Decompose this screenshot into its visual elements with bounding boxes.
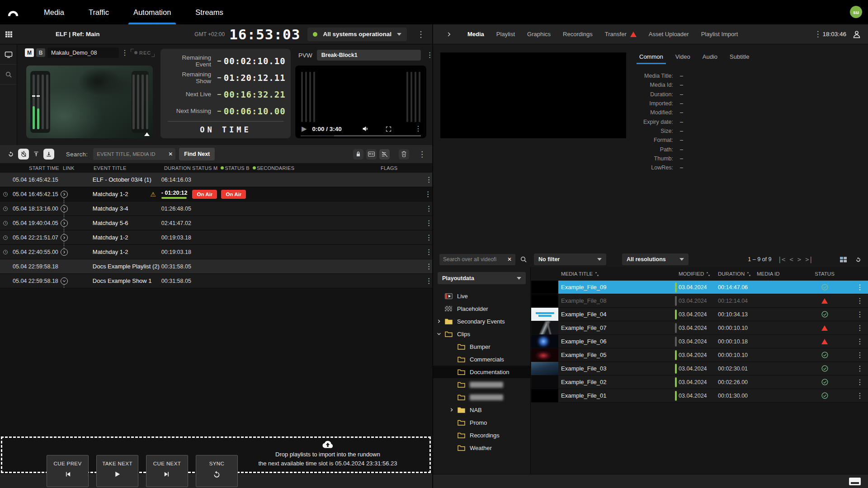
monitor-view-button[interactable] [0, 45, 17, 65]
media-search-input[interactable] [443, 256, 505, 263]
keyboard-icon[interactable] [849, 478, 861, 485]
col-status-m[interactable]: STATUS M [191, 165, 224, 171]
fullscreen-icon[interactable] [385, 126, 392, 132]
col-link[interactable]: LINK [59, 165, 94, 171]
refresh-icon[interactable] [855, 256, 862, 263]
pvw-name-input[interactable] [317, 50, 421, 61]
rundown-search-input[interactable] [97, 151, 166, 157]
media-panel-tab[interactable]: Playlist [496, 31, 515, 38]
backup-channel-badge[interactable]: B [36, 48, 45, 57]
list-off-icon[interactable] [379, 149, 390, 160]
tree-item[interactable] [433, 391, 530, 404]
follow-onair-toggle[interactable] [43, 149, 54, 160]
rundown-menu-button[interactable]: ⋮ [418, 150, 426, 158]
clear-search-icon[interactable]: ✕ [507, 256, 512, 263]
tree-item[interactable]: Weather [433, 441, 530, 454]
refresh-icon[interactable] [5, 149, 16, 160]
panel-menu-button[interactable]: ⋮ [814, 30, 821, 38]
tree-item[interactable]: Commercials [433, 353, 530, 366]
media-row[interactable]: Example_File_01 03.04.2024 00:01:30.00 ⋮ [531, 389, 868, 403]
resize-corner-icon[interactable] [144, 132, 150, 136]
rundown-row[interactable]: 05.04 19:40:04.05 Matchday 5-6 ⚠ 02:41:4… [0, 216, 432, 230]
row-menu-button[interactable]: ⋮ [852, 365, 868, 372]
search-view-button[interactable] [0, 65, 17, 84]
header-menu-button[interactable]: ⋮ [417, 30, 425, 38]
transport-button[interactable]: SYNC [196, 455, 238, 487]
nav-tab[interactable]: Automation [121, 0, 183, 24]
col-flags[interactable]: FLAGS [309, 165, 432, 171]
row-menu-button[interactable]: ⋮ [852, 352, 868, 359]
media-row[interactable]: Example_File_03 03.04.2024 00:02:30.01 ⋮ [531, 362, 868, 375]
rundown-search-field[interactable]: ✕ [93, 148, 175, 160]
first-page-button[interactable]: |< [778, 256, 785, 263]
media-panel-tab[interactable]: Asset Uploader [649, 31, 689, 38]
delete-icon[interactable] [399, 149, 409, 160]
pvw-player-menu-button[interactable]: ⋮ [415, 125, 422, 132]
tree-item[interactable]: Live [433, 290, 530, 302]
media-panel-tab[interactable]: Recordings [563, 31, 593, 38]
sort-icon[interactable] [706, 272, 710, 277]
timer-off-toggle[interactable] [18, 149, 29, 160]
detail-tab[interactable]: Subtitle [730, 53, 749, 64]
sort-icon[interactable] [595, 272, 599, 277]
program-video-preview[interactable] [26, 66, 153, 138]
seek-bar[interactable] [301, 135, 421, 136]
link-icon[interactable] [61, 277, 68, 285]
tree-item[interactable]: Placeholder [433, 302, 530, 315]
clear-search-icon[interactable]: ✕ [168, 151, 173, 157]
row-menu-button[interactable]: ⋮ [421, 234, 432, 241]
collapse-panel-icon[interactable] [446, 31, 452, 38]
media-panel-tab[interactable]: Graphics [527, 31, 551, 38]
expand-icon[interactable] [437, 332, 445, 336]
tree-item[interactable]: Documentation [433, 366, 530, 378]
row-menu-button[interactable]: ⋮ [852, 379, 868, 386]
link-icon[interactable] [61, 249, 68, 256]
row-menu-button[interactable]: ⋮ [421, 205, 432, 212]
tree-item[interactable]: Bumper [433, 340, 530, 353]
col-duration[interactable]: DURATION [161, 165, 191, 171]
col-secondaries[interactable]: SECONDARIES [256, 165, 309, 171]
col-event-title[interactable]: EVENT TITLE [94, 165, 161, 171]
row-menu-button[interactable]: ⋮ [421, 220, 432, 227]
col-status-b[interactable]: STATUS B [224, 165, 256, 171]
row-menu-button[interactable]: ⋮ [852, 392, 868, 399]
id-card-icon[interactable] [366, 149, 377, 160]
expand-icon[interactable] [437, 319, 445, 324]
media-row[interactable]: Example_File_02 03.04.2024 00:02:26.00 ⋮ [531, 375, 868, 389]
expand-icon[interactable] [449, 408, 458, 412]
player-menu-button[interactable]: ⋮ [121, 49, 128, 56]
rundown-row[interactable]: 05.04 22:21:51.07 Matchday 1-2 ⚠ 00:19:0… [0, 230, 432, 245]
rundown-row[interactable]: 05.04 22:59:58.18 Docs Example Show 1 ⚠ … [0, 274, 432, 288]
nav-tab[interactable]: Streams [183, 0, 235, 24]
row-menu-button[interactable]: ⋮ [852, 297, 868, 305]
media-row[interactable]: Example_File_04 03.04.2024 00:10:34.13 ⋮ [531, 308, 868, 321]
row-menu-button[interactable]: ⋮ [852, 324, 868, 332]
transport-button[interactable]: CUE NEXT [146, 455, 188, 487]
tree-item[interactable]: Clips [433, 328, 530, 340]
play-icon[interactable]: ▶ [302, 125, 307, 133]
media-panel-tab[interactable]: Playlist Import [701, 31, 738, 38]
detail-tab[interactable]: Audio [703, 53, 717, 64]
volume-icon[interactable] [362, 125, 369, 132]
row-menu-button[interactable]: ⋮ [852, 284, 868, 291]
media-row[interactable]: Example_File_08 03.04.2024 00:12:14.04 ⋮ [531, 294, 868, 308]
rundown-row[interactable]: 05.04 18:13:16.00 Matchday 3-4 ⚠ 01:26:4… [0, 202, 432, 216]
media-column-header[interactable]: STATUS [811, 271, 838, 277]
row-menu-button[interactable]: ⋮ [420, 191, 432, 198]
link-icon[interactable] [61, 191, 68, 198]
row-menu-button[interactable]: ⋮ [421, 277, 432, 285]
link-icon[interactable] [61, 220, 68, 227]
media-column-header[interactable]: MEDIA ID [757, 271, 811, 277]
nav-tab[interactable]: Traffic [76, 0, 121, 24]
prev-page-button[interactable]: < [789, 256, 793, 263]
media-column-header[interactable]: MEDIA TITLE [531, 271, 675, 277]
tree-item[interactable]: NAB [433, 404, 530, 416]
media-row[interactable]: Example_File_09 03.04.2024 00:14:47.06 ⋮ [531, 281, 868, 294]
nav-tab[interactable]: Media [32, 0, 76, 24]
app-logo-icon[interactable] [6, 5, 20, 19]
tree-item[interactable] [433, 378, 530, 391]
rundown-row[interactable]: 05.04 16:45:42.15 ELF - October 03/4 (1)… [0, 173, 432, 187]
storage-dropdown[interactable]: Playoutdata [438, 272, 526, 284]
row-menu-button[interactable]: ⋮ [421, 263, 432, 270]
rec-button[interactable]: REC [131, 49, 155, 57]
